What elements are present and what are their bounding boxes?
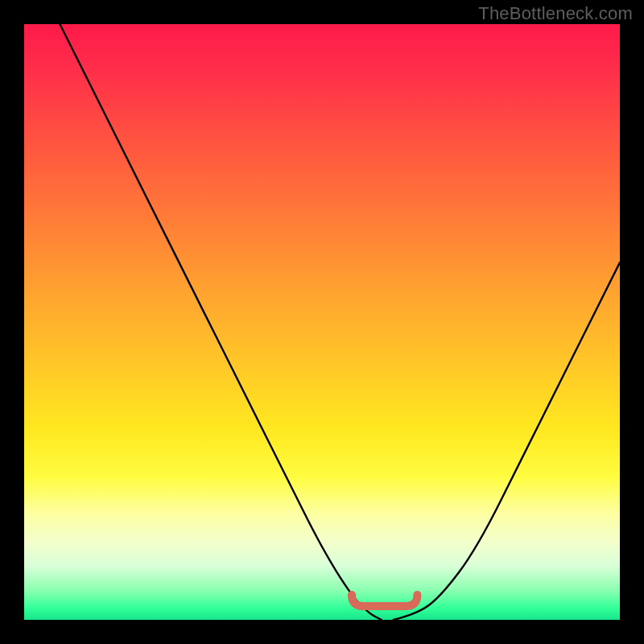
bottleneck-curve-left	[60, 24, 382, 620]
chart-frame: TheBottleneck.com	[0, 0, 644, 644]
trough-highlight	[352, 595, 417, 606]
bottleneck-curve-right	[394, 262, 620, 620]
watermark-text: TheBottleneck.com	[478, 3, 633, 24]
plot-area	[24, 24, 620, 620]
curve-svg	[24, 24, 620, 620]
